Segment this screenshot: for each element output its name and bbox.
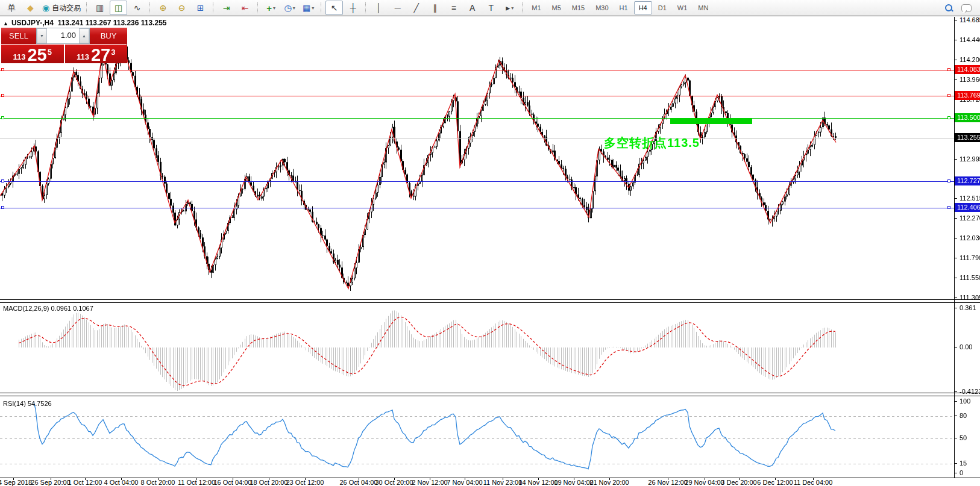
volume-increase-button[interactable]: ▲: [79, 28, 89, 43]
autotrading-label: 自动交易: [52, 3, 81, 13]
timeframe-d1-button[interactable]: D1: [653, 1, 671, 14]
sell-button[interactable]: SELL: [1, 28, 36, 44]
chevron-down-icon: ▾: [293, 5, 295, 11]
price-line-pivot-green[interactable]: [0, 118, 954, 119]
rsi-tick-label: 80: [960, 412, 967, 419]
line-chart-button[interactable]: ∿: [128, 1, 146, 15]
price-badge: 112.406: [955, 203, 980, 212]
timeframe-w1-button[interactable]: W1: [673, 1, 693, 14]
candlestick-chart-button[interactable]: ◫: [110, 1, 127, 15]
date-tick: [85, 478, 86, 480]
line-handle[interactable]: [1, 206, 4, 209]
tile-windows-button[interactable]: ⊞: [192, 1, 209, 15]
price-line-resistance-1[interactable]: [0, 70, 954, 70]
pane-separator[interactable]: [0, 393, 980, 393]
templates-button[interactable]: ▦▾: [300, 1, 317, 15]
text-button[interactable]: A: [463, 1, 481, 15]
pane-separator[interactable]: [0, 302, 980, 303]
buy-price-display[interactable]: 113 27 3: [65, 45, 128, 63]
line-handle[interactable]: [1, 94, 4, 97]
price-line-support-1[interactable]: [0, 181, 954, 182]
arrows-button[interactable]: ▸▾: [501, 1, 518, 15]
green-highlight-band[interactable]: [670, 118, 752, 124]
autotrading-button[interactable]: ◉自动交易: [40, 1, 83, 15]
buy-button[interactable]: BUY: [90, 28, 127, 44]
timeframe-m15-button[interactable]: M15: [567, 1, 589, 14]
zoom-out-icon: ⊖: [178, 4, 186, 12]
horizontal-line-button[interactable]: ─: [389, 1, 406, 15]
price-line-resistance-2[interactable]: [0, 96, 954, 96]
equidistant-channel-button[interactable]: ∥: [426, 1, 444, 15]
line-handle[interactable]: [947, 94, 950, 97]
autotrading-icon: ◉: [42, 4, 49, 12]
macd-tick-label: 0.361: [960, 304, 976, 311]
volume-decrease-button[interactable]: ▼: [37, 28, 47, 43]
line-handle[interactable]: [1, 179, 4, 182]
cursor-button[interactable]: ↖: [325, 1, 343, 15]
auto-scroll-button[interactable]: ⇥: [218, 1, 235, 15]
zoom-in-button[interactable]: ⊕: [154, 1, 172, 15]
volume-value[interactable]: 1.00: [47, 28, 79, 43]
diamond-button[interactable]: ◆: [22, 1, 39, 15]
macd-tick-label: -0.4123: [960, 388, 980, 395]
rsi-label: RSI(14) 54.7526: [3, 400, 52, 407]
pane-separator[interactable]: [0, 299, 980, 300]
timeframe-h4-button[interactable]: H4: [634, 1, 652, 14]
periods-icon: ◷: [284, 4, 292, 12]
line-handle[interactable]: [1, 68, 4, 71]
timeframe-m30-button[interactable]: M30: [591, 1, 613, 14]
arrows-icon: ▸: [506, 4, 510, 12]
date-tick: [813, 478, 814, 480]
indicators-button[interactable]: +▾: [262, 1, 280, 15]
price-badge: 112.727: [955, 176, 980, 185]
date-tick: [158, 478, 159, 480]
price-tick-label: 112.515: [960, 195, 980, 202]
periods-button[interactable]: ◷▾: [281, 1, 298, 15]
one-click-trading-panel: SELL ▼ 1.00 ▲ BUY 113 25 5 113 27 3: [1, 28, 127, 63]
chart-shift-button[interactable]: ⇤: [236, 1, 254, 15]
timeframe-m5-button[interactable]: M5: [547, 1, 566, 14]
search-icon[interactable]: [945, 4, 953, 12]
line-handle[interactable]: [947, 68, 950, 71]
price-tick-label: 114.685: [960, 16, 980, 23]
price-line-last-price[interactable]: [0, 138, 954, 139]
crosshair-button[interactable]: ┼: [344, 1, 362, 15]
pivot-annotation-text[interactable]: 多空转折点113.5: [604, 135, 700, 151]
timeframe-h1-button[interactable]: H1: [615, 1, 633, 14]
chat-icon[interactable]: [961, 4, 972, 12]
new-order-button[interactable]: 单: [3, 1, 20, 15]
fibonacci-button[interactable]: ≡: [445, 1, 462, 15]
date-tick: [359, 478, 359, 480]
date-tick: [233, 478, 233, 480]
vertical-line-icon: │: [376, 4, 382, 12]
price-tick-label: 111.550: [960, 274, 980, 281]
line-handle[interactable]: [947, 179, 950, 182]
date-tick: [465, 478, 465, 480]
diamond-icon: ◆: [27, 4, 34, 12]
date-tick: [269, 478, 269, 480]
price-tick-label: 111.305: [960, 294, 980, 301]
new-order-icon: 单: [8, 4, 16, 12]
trendline-button[interactable]: ╱: [407, 1, 425, 15]
trendline-icon: ╱: [414, 4, 419, 12]
price-line-support-2[interactable]: [0, 208, 954, 208]
vertical-line-button[interactable]: │: [370, 1, 388, 15]
text-label-button[interactable]: T: [482, 1, 500, 15]
chart-canvas[interactable]: [0, 17, 954, 478]
candlestick-chart-icon: ◫: [115, 4, 122, 12]
zoom-out-button[interactable]: ⊖: [173, 1, 190, 15]
crosshair-icon: ┼: [350, 4, 356, 12]
sell-price-display[interactable]: 113 25 5: [1, 45, 64, 63]
line-handle[interactable]: [1, 116, 4, 119]
timeframe-m1-button[interactable]: M1: [527, 1, 545, 14]
collapse-arrow-icon[interactable]: ▲: [3, 20, 8, 26]
price-tick-label: 111.790: [960, 254, 980, 261]
bar-chart-button[interactable]: ▥: [91, 1, 108, 15]
line-handle[interactable]: [947, 206, 950, 209]
pane-separator[interactable]: [0, 396, 980, 396]
toolbar-separator: [257, 2, 259, 13]
macd-label: MACD(12,26,9) 0.0961 0.1067: [3, 305, 93, 312]
tile-windows-icon: ⊞: [197, 4, 204, 12]
timeframe-mn-button[interactable]: MN: [693, 1, 713, 14]
line-handle[interactable]: [947, 116, 950, 119]
